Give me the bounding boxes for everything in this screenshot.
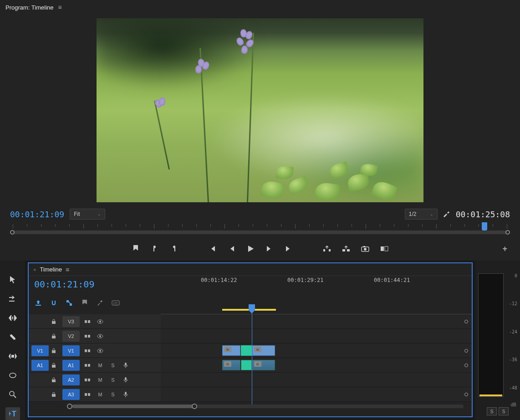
timeline-tabs: × Timeline ≡ xyxy=(29,263,472,276)
toggle-track-output-icon[interactable] xyxy=(95,332,105,341)
ripple-edit-tool[interactable] xyxy=(5,312,20,324)
lock-icon[interactable] xyxy=(51,333,60,339)
lock-icon[interactable] xyxy=(51,363,60,368)
svg-rect-20 xyxy=(88,320,90,323)
timeline-menu-icon[interactable]: ≡ xyxy=(66,266,69,273)
scrub-zoom-left[interactable] xyxy=(10,230,15,235)
src-patch-v1[interactable]: V1 xyxy=(31,345,49,356)
adjustment-clip[interactable] xyxy=(241,345,252,356)
track-target-v2[interactable]: V2 xyxy=(62,331,80,342)
audio-meters-panel: 0 -12 -24 -36 -48 dB S S xyxy=(475,261,520,420)
type-tool[interactable]: T xyxy=(5,407,20,420)
step-back-button[interactable] xyxy=(227,244,236,253)
program-timecode-row: 00:01:21:09 Fit ⌄ 1/2 ⌄ 00:01:25:08 xyxy=(0,206,520,222)
voiceover-icon[interactable] xyxy=(121,390,131,399)
resolution-label: 1/2 xyxy=(409,211,417,217)
slip-tool[interactable] xyxy=(5,350,20,363)
step-forward-button[interactable] xyxy=(265,244,274,253)
zoom-tool[interactable] xyxy=(5,388,20,401)
solo-button[interactable]: S xyxy=(108,390,118,399)
comparison-view-button[interactable] xyxy=(380,244,389,253)
resolution-select[interactable]: 1/2 ⌄ xyxy=(405,209,438,220)
track-target-a2[interactable]: A2 xyxy=(62,374,80,385)
svg-rect-0 xyxy=(323,249,325,251)
svg-point-32 xyxy=(99,350,101,352)
video-clip[interactable]: fx xyxy=(252,345,275,356)
mute-button[interactable]: M xyxy=(95,390,105,399)
panel-menu-icon[interactable]: ≡ xyxy=(58,4,61,11)
src-patch-a1[interactable]: A1 xyxy=(31,360,49,371)
snap-icon[interactable] xyxy=(50,299,58,307)
insert-overwrite-icon[interactable] xyxy=(34,299,42,307)
mute-button[interactable]: M xyxy=(95,375,105,384)
extract-button[interactable] xyxy=(342,244,351,253)
add-marker-button[interactable] xyxy=(131,244,140,253)
solo-button[interactable]: S xyxy=(108,375,118,384)
scrub-zoom-right[interactable] xyxy=(505,230,510,235)
playhead-marker[interactable] xyxy=(482,222,487,230)
audio-clip[interactable] xyxy=(241,360,252,370)
meter-solo-button[interactable]: S xyxy=(499,407,509,415)
zoom-thumb[interactable] xyxy=(72,405,195,408)
zoom-handle-left[interactable] xyxy=(67,404,72,409)
track-target-a3[interactable]: A3 xyxy=(62,389,80,400)
zoom-fit-select[interactable]: Fit ⌄ xyxy=(70,209,105,220)
sync-lock-icon[interactable] xyxy=(82,332,92,341)
video-preview[interactable] xyxy=(97,18,423,202)
timeline-settings-icon[interactable] xyxy=(96,299,104,307)
marker-icon[interactable] xyxy=(81,299,89,307)
play-button[interactable] xyxy=(246,244,255,253)
lock-icon[interactable] xyxy=(51,319,60,324)
voiceover-icon[interactable] xyxy=(121,375,131,384)
program-scrub-bar[interactable] xyxy=(0,222,520,237)
go-to-in-button[interactable] xyxy=(208,244,217,253)
timeline-zoom-scroll[interactable] xyxy=(29,402,472,411)
audio-clip[interactable]: fx xyxy=(222,360,240,370)
linked-selection-icon[interactable] xyxy=(65,299,73,307)
close-tab-icon[interactable]: × xyxy=(33,267,36,272)
button-editor-icon[interactable]: + xyxy=(502,244,507,254)
timeline-ruler[interactable]: 00:01:14:22 00:01:29:21 00:01:44:21 xyxy=(161,276,472,297)
toggle-track-output-icon[interactable] xyxy=(95,317,105,326)
lock-icon[interactable] xyxy=(51,392,60,397)
mute-button[interactable]: M xyxy=(95,361,105,370)
program-title: Program: Timeline xyxy=(5,4,53,11)
sync-lock-icon[interactable] xyxy=(82,375,92,384)
solo-button[interactable]: S xyxy=(108,361,118,370)
lift-button[interactable] xyxy=(322,244,331,253)
selection-tool[interactable] xyxy=(5,273,20,286)
settings-wrench-icon[interactable] xyxy=(443,210,450,218)
chevron-down-icon: ⌄ xyxy=(430,212,433,216)
export-frame-button[interactable] xyxy=(361,244,370,253)
fit-label: Fit xyxy=(74,211,80,217)
voiceover-icon[interactable] xyxy=(121,361,131,370)
mark-out-button[interactable] xyxy=(169,244,178,253)
timeline-timecode[interactable]: 00:01:21:09 xyxy=(34,279,155,290)
meter-solo-button[interactable]: S xyxy=(487,407,497,415)
track-target-v3[interactable]: V3 xyxy=(62,316,80,327)
timeline-playhead[interactable] xyxy=(252,309,252,405)
go-to-out-button[interactable] xyxy=(284,244,293,253)
caption-track-icon[interactable]: CC xyxy=(112,299,120,307)
svg-point-27 xyxy=(99,335,101,337)
lock-icon[interactable] xyxy=(51,377,60,383)
timeline-tab[interactable]: Timeline xyxy=(40,266,62,273)
zoom-handle-right[interactable] xyxy=(192,404,197,409)
sync-indicator-icon xyxy=(464,320,468,323)
track-a2: A2 M S xyxy=(29,373,472,387)
audio-clip[interactable]: fx xyxy=(252,360,275,370)
toggle-track-output-icon[interactable] xyxy=(95,346,105,355)
sync-lock-icon[interactable] xyxy=(82,317,92,326)
track-select-tool[interactable] xyxy=(5,292,20,305)
current-timecode[interactable]: 00:01:21:09 xyxy=(10,210,64,219)
sync-lock-icon[interactable] xyxy=(82,346,92,355)
track-target-a1[interactable]: A1 xyxy=(62,360,80,371)
razor-tool[interactable] xyxy=(5,331,20,343)
track-target-v1[interactable]: V1 xyxy=(62,345,80,356)
lock-icon[interactable] xyxy=(51,348,60,353)
sync-lock-icon[interactable] xyxy=(82,390,92,399)
mark-in-button[interactable] xyxy=(150,244,159,253)
sync-lock-icon[interactable] xyxy=(82,361,92,370)
pen-tool[interactable] xyxy=(5,369,20,382)
video-clip[interactable]: fx xyxy=(222,345,240,356)
